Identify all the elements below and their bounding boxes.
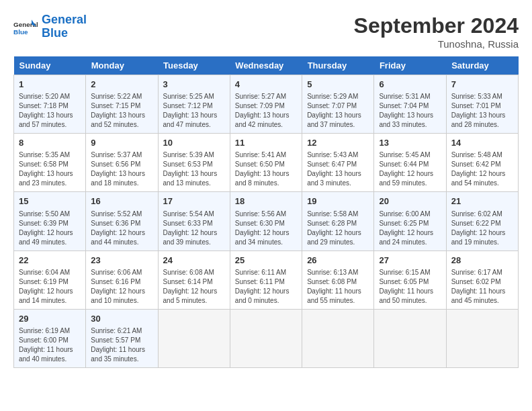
day-number: 15 bbox=[19, 195, 81, 208]
day-info: Sunrise: 6:13 AMSunset: 6:08 PMDaylight:… bbox=[307, 268, 369, 306]
page-header: General Blue GeneralBlue September 2024 … bbox=[13, 13, 519, 50]
calendar-cell bbox=[158, 309, 230, 367]
day-number: 2 bbox=[91, 79, 152, 91]
day-header-sunday: Sunday bbox=[14, 56, 86, 75]
day-number: 23 bbox=[91, 255, 152, 267]
day-header-monday: Monday bbox=[86, 56, 158, 75]
day-number: 14 bbox=[451, 137, 513, 149]
day-info: Sunrise: 6:02 AMSunset: 6:22 PMDaylight:… bbox=[451, 210, 513, 247]
day-info: Sunrise: 5:58 AMSunset: 6:28 PMDaylight:… bbox=[307, 210, 369, 247]
day-header-tuesday: Tuesday bbox=[158, 56, 230, 75]
day-number: 20 bbox=[379, 195, 441, 208]
day-info: Sunrise: 5:54 AMSunset: 6:33 PMDaylight:… bbox=[163, 210, 225, 247]
day-info: Sunrise: 5:45 AMSunset: 6:44 PMDaylight:… bbox=[379, 150, 441, 188]
calendar-cell: 25Sunrise: 6:11 AMSunset: 6:11 PMDayligh… bbox=[230, 250, 302, 309]
calendar-cell: 17Sunrise: 5:54 AMSunset: 6:33 PMDayligh… bbox=[158, 192, 230, 250]
calendar-cell: 30Sunrise: 6:21 AMSunset: 5:57 PMDayligh… bbox=[86, 309, 158, 367]
day-info: Sunrise: 6:21 AMSunset: 5:57 PMDaylight:… bbox=[91, 326, 152, 364]
svg-text:Blue: Blue bbox=[13, 28, 28, 36]
day-number: 6 bbox=[379, 79, 441, 91]
day-number: 4 bbox=[235, 79, 297, 91]
day-number: 10 bbox=[163, 137, 225, 149]
day-info: Sunrise: 5:48 AMSunset: 6:42 PMDaylight:… bbox=[451, 150, 513, 188]
day-number: 26 bbox=[307, 255, 369, 267]
calendar-cell: 22Sunrise: 6:04 AMSunset: 6:19 PMDayligh… bbox=[14, 250, 86, 309]
calendar-cell: 29Sunrise: 6:19 AMSunset: 6:00 PMDayligh… bbox=[14, 309, 86, 367]
calendar-cell: 1Sunrise: 5:20 AMSunset: 7:18 PMDaylight… bbox=[14, 75, 86, 134]
day-info: Sunrise: 5:37 AMSunset: 6:56 PMDaylight:… bbox=[91, 150, 152, 188]
calendar-cell: 3Sunrise: 5:25 AMSunset: 7:12 PMDaylight… bbox=[158, 75, 230, 134]
day-number: 13 bbox=[379, 137, 441, 149]
day-info: Sunrise: 5:43 AMSunset: 6:47 PMDaylight:… bbox=[307, 150, 369, 188]
day-info: Sunrise: 6:08 AMSunset: 6:14 PMDaylight:… bbox=[163, 268, 225, 306]
calendar-cell: 27Sunrise: 6:15 AMSunset: 6:05 PMDayligh… bbox=[374, 250, 446, 309]
location: Tunoshna, Russia bbox=[354, 38, 519, 50]
logo-icon: General Blue bbox=[13, 15, 38, 39]
calendar-cell: 8Sunrise: 5:35 AMSunset: 6:58 PMDaylight… bbox=[14, 134, 86, 192]
calendar-cell: 20Sunrise: 6:00 AMSunset: 6:25 PMDayligh… bbox=[374, 192, 446, 250]
day-number: 28 bbox=[451, 255, 513, 267]
calendar-cell: 9Sunrise: 5:37 AMSunset: 6:56 PMDaylight… bbox=[86, 134, 158, 192]
logo: General Blue GeneralBlue bbox=[13, 13, 87, 40]
day-info: Sunrise: 6:00 AMSunset: 6:25 PMDaylight:… bbox=[379, 210, 441, 247]
day-info: Sunrise: 5:29 AMSunset: 7:07 PMDaylight:… bbox=[307, 92, 369, 130]
calendar-cell: 14Sunrise: 5:48 AMSunset: 6:42 PMDayligh… bbox=[446, 134, 518, 192]
day-number: 24 bbox=[163, 255, 225, 267]
calendar-row: 1Sunrise: 5:20 AMSunset: 7:18 PMDaylight… bbox=[14, 75, 519, 134]
calendar-cell: 23Sunrise: 6:06 AMSunset: 6:16 PMDayligh… bbox=[86, 250, 158, 309]
day-number: 30 bbox=[91, 313, 152, 325]
day-number: 9 bbox=[91, 137, 152, 149]
day-info: Sunrise: 5:22 AMSunset: 7:15 PMDaylight:… bbox=[91, 92, 152, 130]
calendar-row: 15Sunrise: 5:50 AMSunset: 6:39 PMDayligh… bbox=[14, 192, 519, 250]
title-block: September 2024 Tunoshna, Russia bbox=[354, 13, 519, 50]
month-title: September 2024 bbox=[354, 13, 519, 38]
day-info: Sunrise: 5:27 AMSunset: 7:09 PMDaylight:… bbox=[235, 92, 297, 130]
calendar-cell: 18Sunrise: 5:56 AMSunset: 6:30 PMDayligh… bbox=[230, 192, 302, 250]
day-info: Sunrise: 5:25 AMSunset: 7:12 PMDaylight:… bbox=[163, 92, 225, 130]
calendar-cell bbox=[302, 309, 374, 367]
calendar-cell: 6Sunrise: 5:31 AMSunset: 7:04 PMDaylight… bbox=[374, 75, 446, 134]
day-info: Sunrise: 5:35 AMSunset: 6:58 PMDaylight:… bbox=[19, 150, 81, 188]
day-number: 21 bbox=[451, 195, 513, 208]
day-number: 19 bbox=[307, 195, 369, 208]
day-info: Sunrise: 5:33 AMSunset: 7:01 PMDaylight:… bbox=[451, 92, 513, 130]
day-header-thursday: Thursday bbox=[302, 56, 374, 75]
day-number: 29 bbox=[19, 313, 81, 325]
day-info: Sunrise: 6:15 AMSunset: 6:05 PMDaylight:… bbox=[379, 268, 441, 306]
calendar-cell bbox=[230, 309, 302, 367]
calendar-cell: 15Sunrise: 5:50 AMSunset: 6:39 PMDayligh… bbox=[14, 192, 86, 250]
day-info: Sunrise: 5:50 AMSunset: 6:39 PMDaylight:… bbox=[19, 210, 81, 247]
day-number: 5 bbox=[307, 79, 369, 91]
calendar-row: 29Sunrise: 6:19 AMSunset: 6:00 PMDayligh… bbox=[14, 309, 519, 367]
calendar-cell bbox=[446, 309, 518, 367]
day-number: 11 bbox=[235, 137, 297, 149]
calendar-header-row: SundayMondayTuesdayWednesdayThursdayFrid… bbox=[14, 56, 519, 75]
day-info: Sunrise: 5:20 AMSunset: 7:18 PMDaylight:… bbox=[19, 92, 81, 130]
calendar-cell: 5Sunrise: 5:29 AMSunset: 7:07 PMDaylight… bbox=[302, 75, 374, 134]
calendar-table: SundayMondayTuesdayWednesdayThursdayFrid… bbox=[13, 56, 519, 368]
day-number: 27 bbox=[379, 255, 441, 267]
day-number: 25 bbox=[235, 255, 297, 267]
calendar-row: 22Sunrise: 6:04 AMSunset: 6:19 PMDayligh… bbox=[14, 250, 519, 309]
calendar-cell: 2Sunrise: 5:22 AMSunset: 7:15 PMDaylight… bbox=[86, 75, 158, 134]
calendar-cell: 26Sunrise: 6:13 AMSunset: 6:08 PMDayligh… bbox=[302, 250, 374, 309]
day-info: Sunrise: 5:52 AMSunset: 6:36 PMDaylight:… bbox=[91, 210, 152, 247]
calendar-cell: 19Sunrise: 5:58 AMSunset: 6:28 PMDayligh… bbox=[302, 192, 374, 250]
calendar-cell: 13Sunrise: 5:45 AMSunset: 6:44 PMDayligh… bbox=[374, 134, 446, 192]
day-number: 17 bbox=[163, 195, 225, 208]
day-number: 7 bbox=[451, 79, 513, 91]
day-info: Sunrise: 6:06 AMSunset: 6:16 PMDaylight:… bbox=[91, 268, 152, 306]
day-info: Sunrise: 5:56 AMSunset: 6:30 PMDaylight:… bbox=[235, 210, 297, 247]
calendar-cell: 24Sunrise: 6:08 AMSunset: 6:14 PMDayligh… bbox=[158, 250, 230, 309]
day-number: 8 bbox=[19, 137, 81, 149]
day-number: 3 bbox=[163, 79, 225, 91]
day-number: 16 bbox=[91, 195, 152, 208]
day-number: 22 bbox=[19, 255, 81, 267]
day-info: Sunrise: 6:11 AMSunset: 6:11 PMDaylight:… bbox=[235, 268, 297, 306]
day-header-friday: Friday bbox=[374, 56, 446, 75]
calendar-cell bbox=[374, 309, 446, 367]
day-header-wednesday: Wednesday bbox=[230, 56, 302, 75]
calendar-cell: 7Sunrise: 5:33 AMSunset: 7:01 PMDaylight… bbox=[446, 75, 518, 134]
day-info: Sunrise: 5:31 AMSunset: 7:04 PMDaylight:… bbox=[379, 92, 441, 130]
day-number: 12 bbox=[307, 137, 369, 149]
